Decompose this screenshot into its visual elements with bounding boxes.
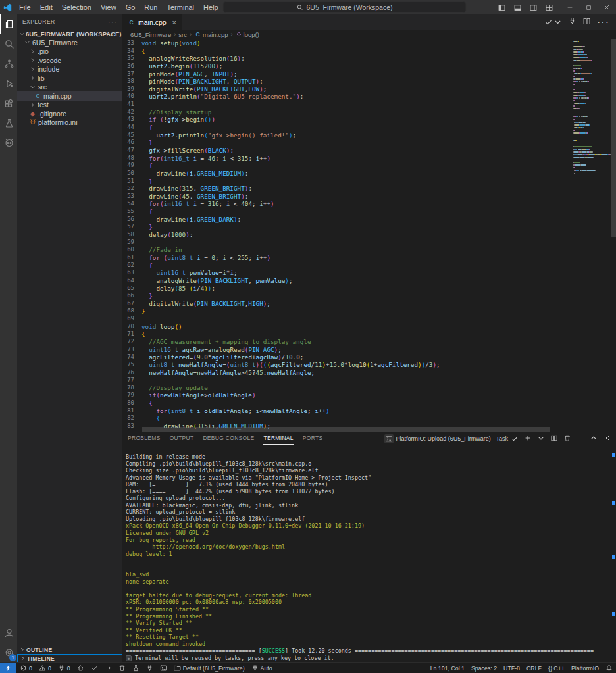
cursor-position[interactable]: Ln 101, Col 1 <box>427 663 468 673</box>
titlebar: FileEditSelectionViewGoRunTerminalHelp ←… <box>0 0 616 14</box>
tree-item--vscode[interactable]: .vscode <box>17 56 122 65</box>
tree-item-test[interactable]: test <box>17 101 122 110</box>
code-line: 55 { <box>122 208 571 216</box>
close-icon[interactable] <box>598 0 616 14</box>
line-number: 74 <box>122 353 141 361</box>
timeline-section[interactable]: TIMELINE <box>17 654 122 662</box>
minimap-line <box>573 143 611 145</box>
close-tab-icon[interactable]: × <box>172 18 176 26</box>
menubar: FileEditSelectionViewGoRunTerminalHelp <box>14 0 223 14</box>
menu-file[interactable]: File <box>14 0 36 14</box>
problems-errors[interactable]: 0 <box>16 663 36 673</box>
search-icon[interactable] <box>0 34 17 54</box>
extensions-icon[interactable] <box>0 93 17 113</box>
tree-item-platformio-ini[interactable]: platformio.ini <box>17 118 122 128</box>
platformio-icon[interactable] <box>0 133 17 153</box>
toggle-panel-icon[interactable] <box>509 0 525 14</box>
code-line: 66 } <box>122 292 571 300</box>
eol[interactable]: CRLF <box>523 663 545 673</box>
platformio-test[interactable] <box>129 663 143 673</box>
tree-item--gitignore[interactable]: ◆.gitignore <box>17 109 122 118</box>
maximize-panel-icon[interactable] <box>590 434 598 443</box>
menu-edit[interactable]: Edit <box>36 0 57 14</box>
platformio-new-terminal[interactable] <box>157 663 170 673</box>
menu-help[interactable]: Help <box>199 0 223 14</box>
command-decoration-icon[interactable]: ✱ <box>126 655 132 661</box>
tree-item-lib[interactable]: lib <box>17 74 122 83</box>
panel-more-icon[interactable]: ··· <box>577 436 584 442</box>
panel-tab-ports[interactable]: PORTS <box>303 432 323 445</box>
platformio-build[interactable] <box>88 663 101 673</box>
run-task-icon[interactable] <box>544 18 562 26</box>
problems-warnings[interactable]: 0 <box>36 663 55 673</box>
new-terminal-icon[interactable] <box>524 434 532 443</box>
more-actions-icon[interactable]: ··· <box>597 16 609 28</box>
project-environment[interactable]: Default (6U5_Firmware) <box>170 663 248 673</box>
toggle-secondary-sidebar-icon[interactable] <box>525 0 541 14</box>
tree-item-include[interactable]: include <box>17 65 122 74</box>
tab-main-cpp[interactable]: C main.cpp × <box>122 14 182 30</box>
breadcrumb-label: src <box>178 31 187 38</box>
terminal-task-selector[interactable]: PlatformIO: Upload (6U5_Firmware) - Task <box>384 434 519 443</box>
panel-tab-output[interactable]: OUTPUT <box>170 432 194 445</box>
terminal-dropdown-icon[interactable] <box>537 434 545 443</box>
editor-vertical-scrollbar[interactable] <box>611 39 616 432</box>
tree-item--pio[interactable]: .pio <box>17 47 122 57</box>
platformio-serial-monitor[interactable] <box>143 663 157 673</box>
indentation[interactable]: Spaces: 2 <box>468 663 500 673</box>
minimap[interactable] <box>571 39 611 432</box>
tree-item-6u5-firmware[interactable]: 6U5_Firmware <box>17 38 122 47</box>
explorer-icon[interactable] <box>0 14 17 34</box>
language-mode[interactable]: {} C++ <box>545 663 568 673</box>
tree-item-src[interactable]: src <box>17 83 122 92</box>
code-text: { <box>141 262 153 270</box>
explorer-more-actions-icon[interactable]: ··· <box>108 18 117 26</box>
serial-port-auto[interactable]: Auto <box>248 663 276 673</box>
notifications[interactable] <box>602 663 616 673</box>
panel-tab-problems[interactable]: PROBLEMS <box>128 432 161 445</box>
testing-icon[interactable] <box>0 113 17 133</box>
split-terminal-icon[interactable] <box>550 434 558 443</box>
kill-terminal-icon[interactable] <box>563 434 571 443</box>
menu-terminal[interactable]: Terminal <box>163 0 199 14</box>
terminal-line: ✱Terminal will be reused by tasks, press… <box>126 655 616 662</box>
breadcrumb-0[interactable]: 6U5_Firmware <box>130 31 171 38</box>
toggle-sidebar-icon[interactable] <box>494 0 509 14</box>
outline-section[interactable]: OUTLINE <box>17 645 122 654</box>
minimize-icon[interactable] <box>561 0 579 14</box>
split-editor-icon[interactable] <box>582 16 591 28</box>
code-editor[interactable]: 33void setup(void)34{35 analogWriteResol… <box>122 39 616 432</box>
account-icon[interactable] <box>0 623 17 643</box>
menu-view[interactable]: View <box>96 0 121 14</box>
tree-item-main-cpp[interactable]: Cmain.cpp <box>17 91 122 101</box>
maximize-icon[interactable] <box>579 0 598 14</box>
platformio-upload[interactable] <box>101 663 115 673</box>
close-panel-icon[interactable] <box>603 434 611 443</box>
menu-selection[interactable]: Selection <box>57 0 96 14</box>
editor-horizontal-scrollbar[interactable] <box>142 427 550 432</box>
remote-indicator[interactable] <box>0 663 16 673</box>
command-center-search[interactable]: 6U5_Firmware (Workspace) <box>223 1 467 13</box>
breadcrumb-2[interactable]: Cmain.cpp <box>194 31 228 38</box>
code-line: 54 for(int16_t i = 316; i < 404; i++) <box>122 200 571 208</box>
settings-icon[interactable]: 1 <box>0 643 17 662</box>
panel-tab-debug-console[interactable]: DEBUG CONSOLE <box>203 432 254 445</box>
breadcrumb-separator: › <box>174 31 176 37</box>
customize-layout-icon[interactable] <box>541 0 557 14</box>
platformio-status[interactable]: PlatformIO <box>568 663 602 673</box>
source-control-icon[interactable] <box>0 54 17 74</box>
breadcrumb-1[interactable]: src <box>178 31 187 38</box>
run-debug-icon[interactable] <box>0 74 17 93</box>
encoding[interactable]: UTF-8 <box>500 663 523 673</box>
workspace-root[interactable]: 6U5_FIRMWARE (WORKSPACE) <box>17 29 122 38</box>
terminal-output[interactable]: Building in release modeCompiling .pio\b… <box>122 445 616 662</box>
menu-go[interactable]: Go <box>121 0 140 14</box>
plug-icon[interactable] <box>568 16 577 28</box>
platformio-clean[interactable] <box>115 663 129 673</box>
breadcrumb-3[interactable]: loop() <box>236 31 259 38</box>
platformio-home[interactable] <box>74 663 88 673</box>
chevron-right-icon <box>29 66 36 72</box>
menu-run[interactable]: Run <box>140 0 162 14</box>
panel-tab-terminal[interactable]: TERMINAL <box>263 432 293 445</box>
forwarded-ports[interactable]: 0 <box>55 663 74 673</box>
